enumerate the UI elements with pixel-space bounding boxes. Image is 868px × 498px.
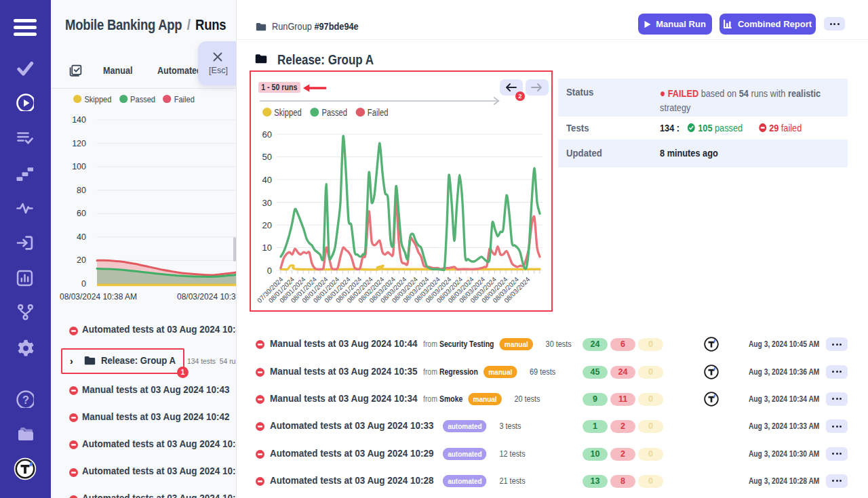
svg-text:?: ? <box>22 394 29 406</box>
